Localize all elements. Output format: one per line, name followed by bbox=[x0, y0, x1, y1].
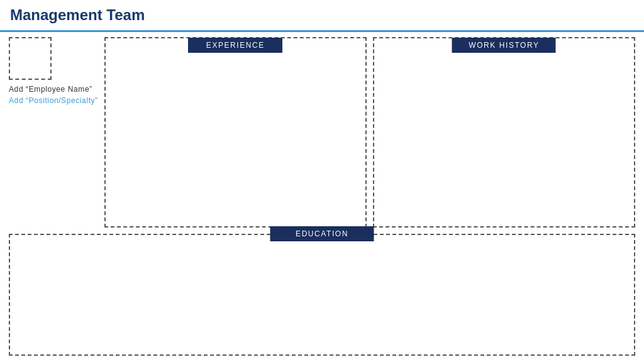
employee-name-placeholder[interactable]: Add “Employee Name” bbox=[9, 85, 98, 94]
experience-block: EXPERIENCE bbox=[104, 37, 367, 228]
education-block: EDUCATION bbox=[9, 234, 635, 356]
main-layout: Add “Employee Name” Add “Position/Specia… bbox=[0, 32, 644, 362]
header-bar: Management Team bbox=[0, 0, 644, 32]
page-container: Management Team Add “Employee Name” Add … bbox=[0, 0, 644, 362]
photo-placeholder bbox=[9, 37, 52, 80]
education-header: EDUCATION bbox=[270, 226, 374, 241]
upper-row: Add “Employee Name” Add “Position/Specia… bbox=[9, 37, 635, 228]
position-placeholder[interactable]: Add “Position/Specialty” bbox=[9, 96, 98, 105]
page-title: Management Team bbox=[10, 6, 145, 23]
profile-box: Add “Employee Name” Add “Position/Specia… bbox=[9, 37, 98, 228]
experience-header: EXPERIENCE bbox=[188, 38, 282, 53]
work-history-block: WORK HISTORY bbox=[373, 37, 635, 228]
work-history-header: WORK HISTORY bbox=[452, 38, 556, 53]
